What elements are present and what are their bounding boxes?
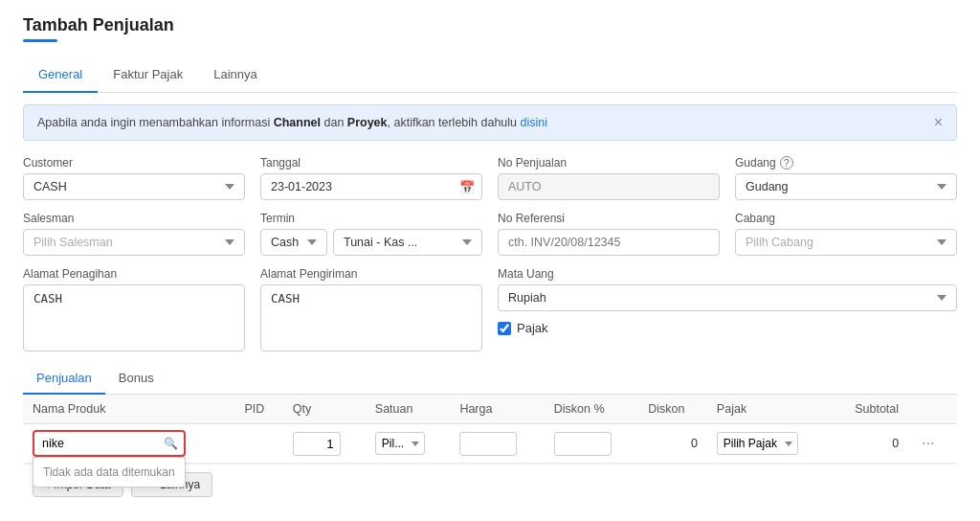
section-tabs: Penjualan Bonus	[23, 363, 957, 395]
tanggal-label: Tanggal	[260, 156, 482, 170]
col-pajak: Pajak	[707, 395, 831, 424]
info-banner: Apabila anda ingin menambahkan informasi…	[23, 104, 957, 141]
col-diskon: Diskon	[638, 395, 707, 424]
no-penjualan-label: No Penjualan	[498, 156, 720, 170]
content-area: Apabila anda ingin menambahkan informasi…	[23, 93, 957, 516]
col-qty: Qty	[283, 395, 366, 424]
mata-uang-pajak-group: Mata Uang Rupiah Pajak	[498, 267, 957, 351]
pid-cell	[234, 424, 282, 464]
form-row-2: Salesman Pilih Salesman Termin Cash Tuna…	[23, 212, 957, 256]
col-actions	[908, 395, 957, 424]
pajak-checkbox[interactable]	[498, 322, 511, 335]
table-header-row: Nama Produk PID Qty Satuan Harga Diskon …	[23, 395, 957, 424]
gudang-group: Gudang ? Gudang	[735, 156, 957, 200]
no-penjualan-group: No Penjualan	[498, 156, 720, 200]
section-tab-bonus[interactable]: Bonus	[105, 363, 167, 395]
salesman-group: Salesman Pilih Salesman	[23, 212, 245, 256]
search-icon: 🔍	[164, 437, 178, 450]
product-search-input[interactable]	[33, 430, 186, 457]
satuan-select[interactable]: Pil...	[375, 432, 425, 455]
col-diskon-persen: Diskon %	[545, 395, 638, 424]
qty-input[interactable]	[293, 432, 341, 456]
alamat-pengiriman-label: Alamat Pengiriman	[260, 267, 482, 281]
termin-label: Termin	[260, 212, 482, 225]
mata-uang-group: Mata Uang Rupiah	[498, 267, 957, 311]
salesman-label: Salesman	[23, 212, 245, 225]
cabang-select[interactable]: Pilih Cabang	[735, 229, 957, 256]
pajak-cell: Pilih Pajak	[707, 424, 831, 464]
col-harga: Harga	[450, 395, 544, 424]
tanggal-group: Tanggal 📅	[260, 156, 482, 200]
diskon-persen-input[interactable]	[554, 432, 612, 456]
tanggal-wrap: 📅	[260, 173, 482, 200]
customer-label: Customer	[23, 156, 245, 170]
gudang-label: Gudang ?	[735, 156, 957, 170]
col-nama-produk: Nama Produk	[23, 395, 234, 424]
alamat-penagihan-label: Alamat Penagihan	[23, 267, 245, 281]
gudang-select[interactable]: Gudang	[735, 173, 957, 200]
pajak-select[interactable]: Pilih Pajak	[717, 432, 798, 455]
banner-link[interactable]: disini	[521, 116, 548, 129]
tab-lainnya[interactable]: Lainnya	[198, 57, 273, 93]
search-dropdown: Tidak ada data ditemukan	[33, 457, 186, 487]
table-row: 🔍 Tidak ada data ditemukan	[23, 424, 957, 464]
cabang-group: Cabang Pilih Cabang	[735, 212, 957, 256]
termin-group: Termin Cash Tunai - Kas ...	[260, 212, 482, 256]
alamat-penagihan-input[interactable]: CASH	[23, 284, 245, 351]
pajak-label: Pajak	[517, 321, 548, 335]
satuan-cell: Pil...	[366, 424, 451, 464]
no-referensi-input[interactable]	[498, 229, 720, 256]
gudang-help-icon[interactable]: ?	[780, 156, 793, 170]
row-actions-cell: ···	[908, 424, 957, 464]
no-referensi-label: No Referensi	[498, 212, 720, 225]
col-pid: PID	[234, 395, 282, 424]
harga-cell	[450, 424, 544, 464]
banner-close-button[interactable]: ×	[934, 115, 943, 130]
customer-select[interactable]: CASH	[23, 173, 245, 200]
salesman-select[interactable]: Pilih Salesman	[23, 229, 245, 256]
termin-detail-select[interactable]: Tunai - Kas ...	[333, 229, 482, 256]
alamat-pengiriman-input[interactable]: CASH	[260, 284, 482, 351]
product-search-cell: 🔍 Tidak ada data ditemukan	[23, 424, 234, 464]
mata-uang-select[interactable]: Rupiah	[498, 284, 957, 311]
tab-general[interactable]: General	[23, 57, 98, 93]
product-table: Nama Produk PID Qty Satuan Harga Diskon …	[23, 395, 957, 464]
no-referensi-group: No Referensi	[498, 212, 720, 256]
table-wrap: Nama Produk PID Qty Satuan Harga Diskon …	[23, 395, 957, 505]
row-ellipsis-button[interactable]: ···	[918, 433, 938, 454]
tab-faktur-pajak[interactable]: Faktur Pajak	[98, 57, 198, 93]
alamat-penagihan-group: Alamat Penagihan CASH	[23, 267, 245, 351]
alamat-pengiriman-group: Alamat Pengiriman CASH	[260, 267, 482, 351]
qty-cell	[283, 424, 366, 464]
page-title: Tambah Penjualan	[23, 15, 957, 35]
customer-group: Customer CASH	[23, 156, 245, 200]
no-data-text: Tidak ada data ditemukan	[33, 458, 185, 487]
pajak-row: Pajak	[498, 321, 957, 335]
search-input-wrap: 🔍 Tidak ada data ditemukan	[33, 430, 186, 457]
subtotal-cell: 0	[831, 424, 908, 464]
form-row-3: Alamat Penagihan CASH Alamat Pengiriman …	[23, 267, 957, 351]
termin-row: Cash Tunai - Kas ...	[260, 229, 482, 256]
page-wrapper: Tambah Penjualan General Faktur Pajak La…	[0, 0, 980, 521]
cabang-label: Cabang	[735, 212, 957, 225]
mata-uang-label: Mata Uang	[498, 267, 957, 281]
col-satuan: Satuan	[366, 395, 451, 424]
tanggal-input[interactable]	[260, 173, 482, 200]
title-underline	[23, 39, 57, 42]
termin-type-select[interactable]: Cash	[260, 229, 327, 256]
diskon-cell: 0	[638, 424, 707, 464]
banner-text: Apabila anda ingin menambahkan informasi…	[37, 116, 547, 129]
col-subtotal: Subtotal	[831, 395, 908, 424]
form-row-1: Customer CASH Tanggal 📅 No Penjualan Gud…	[23, 156, 957, 200]
harga-input[interactable]	[459, 432, 517, 456]
diskon-persen-cell	[545, 424, 638, 464]
main-tabs: General Faktur Pajak Lainnya	[23, 57, 957, 93]
no-penjualan-input	[498, 173, 720, 200]
section-tab-penjualan[interactable]: Penjualan	[23, 363, 105, 395]
